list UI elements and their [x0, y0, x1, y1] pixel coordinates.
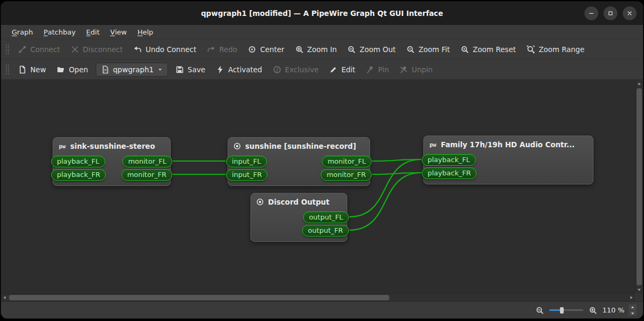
toolbar-button-new[interactable]: New	[13, 62, 51, 77]
toolbar-button-open[interactable]: Open	[52, 62, 93, 77]
window-controls	[584, 6, 637, 20]
toolbar-button-label: Zoom Out	[359, 45, 396, 54]
zoom-fit-icon	[406, 45, 415, 54]
toolbar-button-label: Zoom Fit	[419, 45, 450, 54]
node-title: sunshine [sunshine-record]	[228, 138, 370, 155]
toolbar-button-edit[interactable]: Edit	[324, 62, 360, 77]
port-input_FL[interactable]: input_FL	[226, 156, 267, 167]
graph-toolbar-buttons: ConnectDisconnectUndo ConnectRedoCenterZ…	[13, 42, 589, 57]
menu-patchbay[interactable]: Patchbay	[38, 25, 81, 39]
toolbar-button-label: Save	[188, 65, 205, 74]
zoom-in-icon[interactable]	[589, 306, 597, 315]
scroll-left-icon[interactable]	[1, 294, 9, 301]
patchbay-buttons-after: SaveActivatedfExclusiveEditPinUnpin	[171, 62, 438, 77]
toolbar-button-undo-connect[interactable]: Undo Connect	[129, 42, 201, 57]
toolbar-button-zoom-reset[interactable]: Zoom Reset	[456, 42, 521, 57]
menu-help[interactable]: Help	[132, 25, 158, 39]
toolbar-button-connect[interactable]: Connect	[13, 42, 65, 57]
maximize-button[interactable]	[604, 6, 617, 20]
toolbar-drag-handle[interactable]	[5, 64, 9, 75]
redo-icon	[207, 45, 215, 54]
toolbar-button-label: Activated	[228, 65, 262, 74]
zoom-out-icon[interactable]	[536, 306, 544, 315]
horizontal-scrollbar[interactable]	[1, 293, 635, 301]
toolbar-button-unpin[interactable]: Unpin	[395, 62, 437, 77]
toolbar-button-zoom-fit[interactable]: Zoom Fit	[402, 42, 455, 57]
zoom-reset-icon	[461, 45, 469, 54]
menu-view[interactable]: View	[105, 25, 132, 39]
port-output_FR[interactable]: output_FR	[302, 225, 349, 236]
toolbar-button-label: Open	[69, 65, 88, 74]
toolbar-graph: ConnectDisconnectUndo ConnectRedoCenterZ…	[1, 39, 643, 60]
exclusive-icon: f	[273, 65, 281, 74]
port-playback_FL[interactable]: playback_FL	[51, 156, 105, 167]
node-family[interactable]: pwFamily 17h/19h HD Audio Contr...playba…	[423, 136, 593, 184]
node-title: pwsink-sunshine-stereo	[53, 138, 170, 155]
vertical-scroll-handle[interactable]	[637, 88, 642, 285]
toolbar-button-pin[interactable]: Pin	[361, 62, 394, 77]
toolbar-button-exclusive[interactable]: fExclusive	[268, 62, 323, 77]
minimize-button[interactable]	[584, 6, 598, 20]
zoom-slider-handle[interactable]	[560, 307, 564, 314]
port-playback_FL[interactable]: playback_FL	[422, 154, 476, 166]
toolbar-button-zoom-range[interactable]: Zoom Range	[522, 42, 589, 57]
port-input_FR[interactable]: input_FR	[226, 169, 267, 181]
port-playback_FR[interactable]: playback_FR	[51, 169, 106, 181]
port-monitor_FR[interactable]: monitor_FR	[121, 169, 172, 181]
zoom-value: 110 %	[603, 306, 624, 314]
port-monitor_FL[interactable]: monitor_FL	[122, 156, 172, 167]
toolbar-button-zoom-in[interactable]: Zoom In	[290, 42, 342, 57]
disconnect-icon	[71, 45, 79, 54]
spin-down-button[interactable]	[629, 310, 637, 316]
port-monitor_FL[interactable]: monitor_FL	[322, 156, 372, 167]
port-output_FL[interactable]: output_FL	[303, 212, 349, 223]
toolbar-button-label: Exclusive	[285, 65, 319, 74]
node-title: pwFamily 17h/19h HD Audio Contr...	[424, 136, 593, 153]
zoom-spin-buttons	[629, 305, 637, 316]
node-sink[interactable]: pwsink-sunshine-stereoplayback_FLmonitor…	[53, 137, 171, 186]
pin-icon	[366, 65, 374, 74]
spin-up-button[interactable]	[629, 305, 637, 310]
menu-edit[interactable]: Edit	[81, 25, 105, 39]
zoom-spinbox[interactable]: 110 %	[603, 305, 637, 316]
menubar: GraphPatchbayEditViewHelp	[1, 25, 643, 39]
zoom-in-icon	[295, 45, 304, 54]
scroll-up-icon[interactable]	[635, 80, 643, 88]
toolbar-button-zoom-out[interactable]: Zoom Out	[342, 42, 400, 57]
toolbar-button-label: Center	[260, 45, 284, 54]
toolbar-button-activated[interactable]: Activated	[211, 62, 267, 77]
patchbay-select-value: qpwgraph1	[113, 65, 154, 74]
scroll-down-icon[interactable]	[635, 286, 643, 293]
close-button[interactable]	[623, 6, 637, 20]
port-playback_FR[interactable]: playback_FR	[422, 167, 476, 179]
node-discord[interactable]: Discord Outputoutput_FLoutput_FR	[250, 193, 347, 242]
vertical-scrollbar[interactable]	[635, 80, 643, 293]
toolbar-button-label: Unpin	[412, 65, 432, 74]
toolbar-button-disconnect[interactable]: Disconnect	[66, 42, 128, 57]
horizontal-scroll-handle[interactable]	[9, 295, 389, 300]
graph-canvas[interactable]: pwsink-sunshine-stereoplayback_FLmonitor…	[1, 80, 635, 293]
toolbar-button-redo[interactable]: Redo	[202, 42, 242, 57]
titlebar[interactable]: qpwgraph1 [modified] — A PipeWire Graph …	[1, 2, 643, 25]
toolbar-button-center[interactable]: Center	[243, 42, 289, 57]
patchbay-select[interactable]: qpwgraph1	[96, 63, 168, 77]
chevron-down-icon	[157, 67, 163, 72]
port-monitor_FR[interactable]: monitor_FR	[321, 169, 372, 181]
svg-text:f: f	[276, 67, 278, 72]
pipewire-icon: pw	[429, 140, 437, 149]
zoom-slider[interactable]	[549, 306, 583, 315]
patchbay-buttons-before: NewOpen	[13, 62, 93, 77]
toolbar-button-label: Zoom Range	[539, 45, 584, 54]
toolbar-button-label: New	[30, 65, 46, 74]
node-sunshine[interactable]: sunshine [sunshine-record]input_FLmonito…	[228, 137, 370, 186]
app-window: qpwgraph1 [modified] — A PipeWire Graph …	[1, 1, 643, 319]
center-icon	[248, 45, 256, 54]
menu-graph[interactable]: Graph	[6, 25, 38, 39]
unpin-icon	[399, 65, 408, 74]
toolbar-button-save[interactable]: Save	[171, 62, 210, 77]
scrollbar-corner	[635, 293, 643, 301]
toolbar-button-label: Undo Connect	[146, 45, 196, 54]
scroll-right-icon[interactable]	[628, 294, 635, 301]
toolbar-patchbay: NewOpen qpwgraph1 SaveActivatedfExclusiv…	[1, 60, 643, 80]
toolbar-drag-handle[interactable]	[5, 44, 9, 55]
